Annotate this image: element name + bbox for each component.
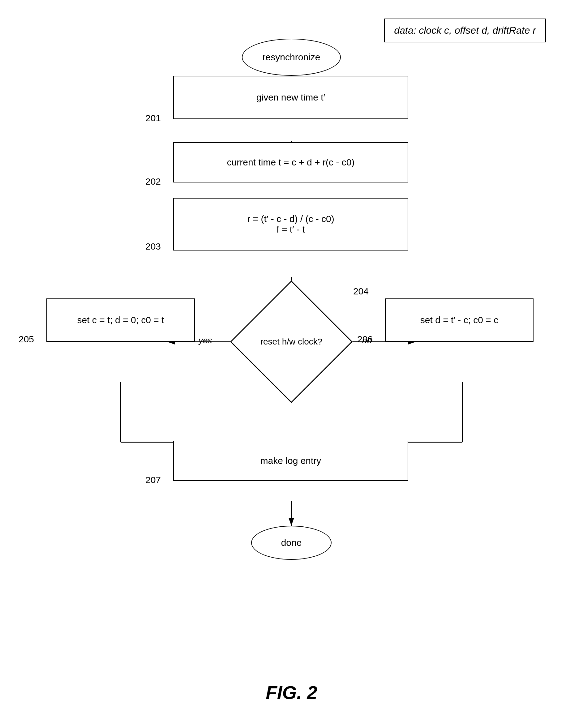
label-203: 203 [145, 241, 161, 252]
node-204-wrapper: reset h/w clock? 204 yes no [248, 298, 335, 385]
label-207: 207 [145, 475, 161, 485]
data-box-text: data: clock c, offset d, driftRate r [394, 25, 536, 36]
node-207: make log entry [173, 441, 408, 481]
yes-label: yes [199, 336, 212, 345]
data-box: data: clock c, offset d, driftRate r [384, 19, 546, 42]
node-201: given new time t′ [173, 76, 408, 119]
label-205: 205 [19, 334, 34, 344]
label-202: 202 [145, 176, 161, 187]
diagram-container: data: clock c, offset d, driftRate r [0, 0, 583, 728]
start-oval: resynchronize [242, 38, 341, 76]
node-202: current time t = c + d + r(c - c0) [173, 142, 408, 182]
node-203: r = (t′ - c - d) / (c - c0) f = t′ - t [173, 198, 408, 251]
label-206: 206 [357, 334, 373, 344]
label-201: 201 [145, 113, 161, 123]
figure-label: FIG. 2 [266, 682, 317, 703]
label-204: 204 [353, 286, 369, 296]
node-205: set c = t; d = 0; c0 = t [46, 298, 195, 342]
end-oval: done [251, 526, 332, 560]
node-206: set d = t′ - c; c0 = c [385, 298, 533, 342]
diamond-text-204: reset h/w clock? [254, 337, 328, 347]
